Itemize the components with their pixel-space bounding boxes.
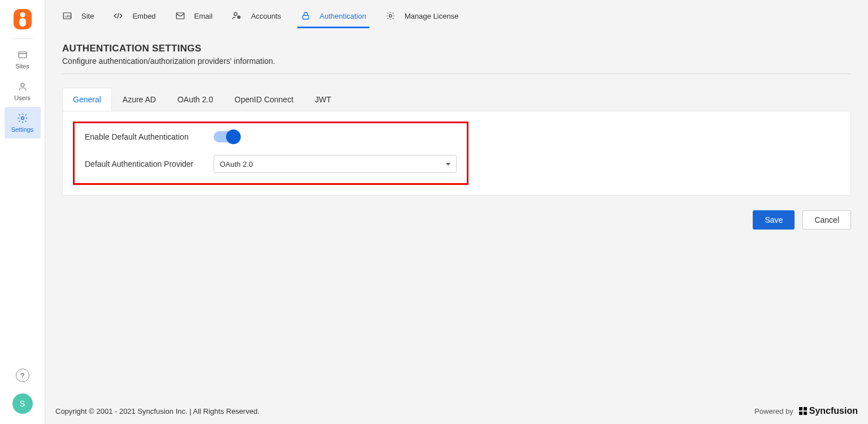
sidebar: Sites Users Settings ? S — [0, 0, 45, 424]
svg-point-1 — [20, 12, 25, 18]
topnav-item-authentication[interactable]: Authentication — [301, 0, 366, 32]
sidebar-item-settings[interactable]: Settings — [5, 107, 41, 139]
sidebar-item-label: Users — [14, 94, 31, 101]
page-header: AUTHENTICATION SETTINGS Configure authen… — [45, 32, 868, 66]
tab-azure-ad[interactable]: Azure AD — [112, 88, 167, 111]
tabs: General Azure AD OAuth 2.0 OpenID Connec… — [62, 88, 851, 111]
tab-label: JWT — [315, 95, 331, 104]
tab-oauth[interactable]: OAuth 2.0 — [167, 88, 224, 111]
toggle-knob — [226, 129, 241, 144]
sidebar-items: Sites Users Settings — [0, 44, 45, 139]
topnav-label: Accounts — [251, 12, 281, 20]
topnav-item-manage-license[interactable]: Manage License — [385, 0, 458, 32]
powered-by-label: Powered by — [754, 407, 793, 416]
topnav-item-site[interactable]: URL Site — [62, 0, 94, 32]
tab-label: OpenID Connect — [235, 95, 293, 104]
accounts-icon — [232, 11, 242, 21]
powered-by: Powered by Syncfusion — [754, 406, 858, 416]
enable-default-auth-toggle[interactable] — [214, 131, 238, 142]
button-label: Save — [765, 215, 783, 224]
help-button[interactable]: ? — [16, 369, 29, 382]
tab-jwt[interactable]: JWT — [304, 88, 342, 111]
svg-line-9 — [118, 14, 119, 19]
syncfusion-logo: Syncfusion — [799, 406, 858, 416]
top-nav: URL Site Embed Email — [45, 0, 868, 32]
bold-bi-logo-icon — [11, 8, 34, 31]
button-label: Cancel — [814, 215, 839, 224]
svg-rect-2 — [19, 18, 26, 27]
topnav-label: Site — [81, 12, 94, 20]
sidebar-item-label: Sites — [15, 63, 29, 70]
default-auth-highlight: Enable Default Authentication Default Au… — [73, 122, 468, 185]
cancel-button[interactable]: Cancel — [802, 210, 851, 230]
topnav-item-accounts[interactable]: Accounts — [232, 0, 281, 32]
page-title: AUTHENTICATION SETTINGS — [62, 43, 851, 54]
save-button[interactable]: Save — [753, 210, 795, 230]
footer: Copyright © 2001 - 2021 Syncfusion Inc. … — [45, 398, 868, 424]
user-avatar[interactable]: S — [12, 393, 33, 414]
svg-point-11 — [234, 12, 237, 15]
topnav-label: Authentication — [320, 12, 366, 20]
tab-panel-general: Enable Default Authentication Default Au… — [62, 111, 851, 196]
sites-icon — [17, 49, 28, 60]
svg-rect-3 — [19, 52, 27, 58]
help-icon: ? — [20, 371, 24, 380]
svg-point-5 — [21, 83, 24, 86]
syncfusion-logo-icon — [799, 407, 807, 415]
chevron-down-icon — [446, 163, 450, 166]
lock-icon — [301, 11, 311, 21]
gear-icon — [17, 113, 28, 124]
page-subtitle: Configure authentication/authorization p… — [62, 57, 851, 66]
tab-general[interactable]: General — [62, 88, 112, 111]
svg-point-14 — [389, 15, 392, 18]
tab-label: General — [73, 95, 101, 104]
users-icon — [17, 81, 28, 92]
email-icon — [175, 11, 185, 21]
default-auth-provider-label: Default Authentication Provider — [85, 159, 209, 168]
topnav-label: Embed — [132, 12, 155, 20]
action-buttons: Save Cancel — [45, 210, 868, 230]
sidebar-item-label: Settings — [11, 126, 34, 133]
content: General Azure AD OAuth 2.0 OpenID Connec… — [45, 74, 868, 196]
topnav-item-email[interactable]: Email — [175, 0, 213, 32]
embed-icon — [113, 11, 123, 21]
copyright-text: Copyright © 2001 - 2021 Syncfusion Inc. … — [55, 407, 259, 416]
sidebar-divider — [12, 38, 33, 39]
svg-rect-13 — [302, 15, 309, 19]
site-icon: URL — [62, 11, 72, 21]
sidebar-item-sites[interactable]: Sites — [5, 44, 41, 75]
topnav-label: Manage License — [405, 12, 458, 20]
enable-default-auth-label: Enable Default Authentication — [85, 132, 209, 141]
tab-label: OAuth 2.0 — [177, 95, 213, 104]
svg-text:URL: URL — [65, 15, 72, 18]
select-value: OAuth 2.0 — [220, 160, 253, 168]
svg-rect-10 — [176, 13, 184, 19]
brand-name: Syncfusion — [809, 406, 858, 416]
app-logo — [10, 7, 35, 32]
svg-point-6 — [21, 117, 24, 120]
license-gear-icon — [385, 11, 396, 21]
default-auth-provider-select[interactable]: OAuth 2.0 — [214, 155, 457, 173]
topnav-label: Email — [194, 12, 213, 20]
tab-label: Azure AD — [123, 95, 156, 104]
main-area: URL Site Embed Email — [45, 0, 868, 424]
topnav-item-embed[interactable]: Embed — [113, 0, 155, 32]
tab-openid-connect[interactable]: OpenID Connect — [224, 88, 304, 111]
avatar-initial: S — [20, 399, 25, 408]
sidebar-item-users[interactable]: Users — [5, 75, 41, 107]
